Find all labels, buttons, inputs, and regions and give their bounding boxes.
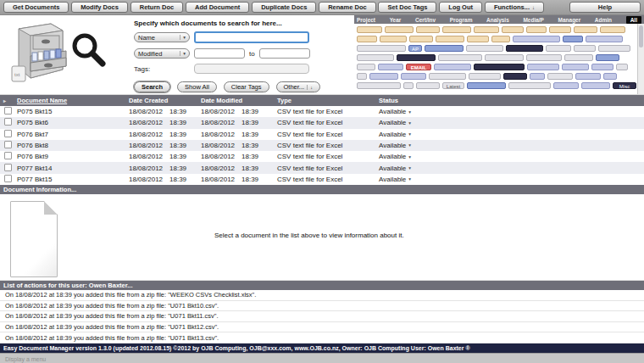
tag-chip[interactable] <box>436 36 464 42</box>
row-checkbox[interactable] <box>4 107 12 114</box>
tag-chip[interactable] <box>526 54 562 61</box>
tag-category-year[interactable]: Year <box>390 17 402 23</box>
tag-panel-scrollbar[interactable] <box>637 24 644 94</box>
tag-chip[interactable] <box>485 54 524 61</box>
column-header-status[interactable]: Status <box>379 97 644 104</box>
tag-chip[interactable] <box>616 64 628 70</box>
tag-chip[interactable] <box>491 36 510 42</box>
status-cell[interactable]: Available▾ <box>379 131 644 138</box>
search-button[interactable]: Search <box>134 81 170 92</box>
table-row[interactable]: P075 Bkt618/08/201218:3918/08/201218:39C… <box>0 117 644 128</box>
status-cell[interactable]: Available▾ <box>379 108 644 115</box>
tag-chip[interactable] <box>506 45 543 52</box>
tag-chip[interactable] <box>469 73 501 80</box>
row-checkbox[interactable] <box>4 175 12 182</box>
tag-chip[interactable] <box>530 73 545 80</box>
tag-chip[interactable] <box>466 45 503 52</box>
toolbar-button-add-document[interactable]: Add Document <box>186 2 249 13</box>
tag-chip[interactable] <box>378 64 403 70</box>
tag-category-project[interactable]: Project <box>357 17 375 23</box>
tag-chip[interactable] <box>527 64 559 70</box>
tag-chip[interactable] <box>564 54 593 61</box>
table-row[interactable]: P076 Bkt918/08/201218:3918/08/201218:39C… <box>0 151 644 162</box>
tag-chip-misc[interactable]: Misc <box>613 82 636 89</box>
tag-chip[interactable] <box>397 54 436 61</box>
modified-criteria-popup[interactable]: Modified ▾ <box>134 48 190 59</box>
tag-chip-ap[interactable]: AP <box>408 45 422 52</box>
tag-category-program[interactable]: Program <box>450 17 473 23</box>
tag-chip[interactable] <box>416 82 440 89</box>
other-button[interactable]: Other... ↓ <box>276 81 320 92</box>
toolbar-button-functions[interactable]: Functions...↓ <box>485 2 544 13</box>
date-from-input[interactable] <box>194 48 245 59</box>
column-header-type[interactable]: Type <box>277 97 379 104</box>
tag-chip[interactable] <box>598 45 630 52</box>
row-checkbox[interactable] <box>4 130 12 137</box>
tag-chip-email[interactable]: EMAIL <box>406 64 431 70</box>
clear-tags-button[interactable]: Clear Tags <box>224 81 269 92</box>
row-checkbox[interactable] <box>4 152 12 159</box>
tag-chip[interactable] <box>357 45 406 52</box>
tag-chip[interactable] <box>357 64 375 70</box>
tag-chip[interactable] <box>563 36 583 42</box>
tag-chip[interactable] <box>600 26 625 33</box>
tag-chip[interactable] <box>546 45 571 52</box>
row-checkbox[interactable] <box>4 118 12 126</box>
tag-chip[interactable] <box>474 64 525 70</box>
show-all-button[interactable]: Show All <box>177 81 217 92</box>
tag-chip[interactable] <box>526 26 547 33</box>
toolbar-button-duplicate-docs[interactable]: Duplicate Docs <box>252 2 316 13</box>
scrollbar-thumb[interactable] <box>639 25 643 47</box>
tag-chip[interactable] <box>438 54 482 61</box>
tag-chip[interactable] <box>549 26 571 33</box>
tag-chip[interactable] <box>403 82 414 89</box>
status-cell[interactable]: Available▾ <box>379 176 644 183</box>
tag-chip[interactable] <box>502 26 524 33</box>
tag-chip[interactable] <box>385 26 414 33</box>
status-cell[interactable]: Available▾ <box>379 142 644 149</box>
tag-category-cert-inv[interactable]: Cert/Inv <box>415 17 436 23</box>
date-to-input[interactable] <box>259 48 310 59</box>
tag-chip[interactable] <box>357 26 382 33</box>
status-cell[interactable]: Available▾ <box>379 153 644 160</box>
column-header-document-name[interactable]: Document Name <box>17 97 129 104</box>
toolbar-button-get-documents[interactable]: Get Documents <box>3 2 69 13</box>
tag-category-all[interactable]: All <box>626 16 641 24</box>
search-name-input[interactable] <box>194 31 309 43</box>
column-header-date-created[interactable]: Date Created <box>129 97 201 104</box>
toolbar-button-set-doc-tags[interactable]: Set Doc Tags <box>378 2 436 13</box>
tag-chip[interactable] <box>357 73 367 80</box>
row-checkbox[interactable] <box>4 141 12 148</box>
status-cell[interactable]: Available▾ <box>379 165 644 172</box>
tag-chip[interactable] <box>409 36 433 42</box>
row-checkbox[interactable] <box>4 164 12 171</box>
toolbar-button-modify-docs[interactable]: Modify Docs <box>71 2 128 13</box>
tag-chip[interactable] <box>467 82 506 89</box>
tag-chip[interactable] <box>603 73 617 80</box>
toolbar-button-return-doc[interactable]: Return Doc <box>130 2 183 13</box>
tag-chip[interactable] <box>508 82 551 89</box>
status-cell[interactable]: Available▾ <box>379 119 644 126</box>
tag-chip[interactable] <box>574 45 596 52</box>
tag-chip[interactable] <box>357 36 377 42</box>
table-row[interactable]: P076 Bkt718/08/201218:3918/08/201218:39C… <box>0 129 644 140</box>
tag-chip[interactable] <box>574 26 597 33</box>
tag-chip[interactable] <box>425 45 464 52</box>
tag-chip[interactable] <box>562 64 589 70</box>
toolbar-button-rename-doc[interactable]: Rename Doc <box>319 2 375 13</box>
toolbar-button-log-out[interactable]: Log Out <box>439 2 482 13</box>
tag-category-media-p[interactable]: Media/P <box>523 17 544 23</box>
column-header-date-modified[interactable]: Date Modified <box>201 97 277 104</box>
tag-chip[interactable] <box>369 73 398 80</box>
tag-chip[interactable] <box>591 64 613 70</box>
tag-chip[interactable] <box>474 26 499 33</box>
tag-chip[interactable] <box>416 26 440 33</box>
tag-chip[interactable] <box>357 82 401 89</box>
tag-chip[interactable] <box>547 73 573 80</box>
tag-chip[interactable] <box>581 82 610 89</box>
tag-chip[interactable] <box>357 54 394 61</box>
tags-input[interactable] <box>194 64 309 74</box>
tag-chip[interactable] <box>467 36 489 42</box>
help-button[interactable]: Help <box>569 2 641 13</box>
table-row[interactable]: P075 Bkt1518/08/201218:3918/08/201218:39… <box>0 106 644 117</box>
